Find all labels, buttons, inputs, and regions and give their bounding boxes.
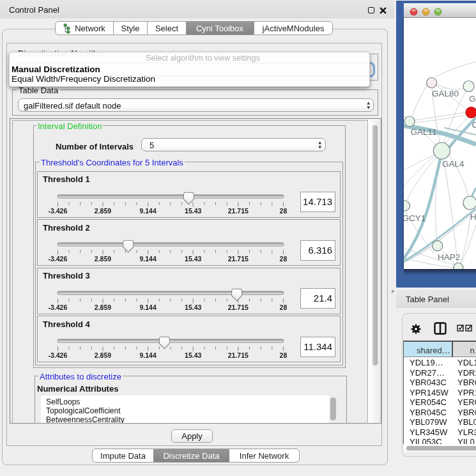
- svg-text:HAP2: HAP2: [438, 252, 460, 262]
- svg-text:GAL4: GAL4: [442, 159, 464, 169]
- svg-text:9.144: 9.144: [139, 351, 156, 359]
- svg-text:15.43: 15.43: [185, 303, 201, 311]
- svg-text:9.144: 9.144: [139, 303, 156, 311]
- svg-text:21.715: 21.715: [228, 207, 249, 215]
- svg-text:2.859: 2.859: [95, 351, 111, 359]
- svg-text:21.715: 21.715: [228, 255, 249, 263]
- svg-text:GAL80: GAL80: [432, 89, 459, 98]
- svg-text:GAL11: GAL11: [411, 127, 437, 137]
- svg-text:28: 28: [280, 255, 288, 263]
- svg-text:-3.426: -3.426: [49, 255, 68, 263]
- svg-text:21.715: 21.715: [228, 303, 249, 311]
- svg-text:15.43: 15.43: [185, 351, 201, 359]
- svg-text:C: C: [472, 120, 476, 130]
- svg-text:-3.426: -3.426: [49, 351, 68, 359]
- svg-text:2.859: 2.859: [95, 255, 111, 263]
- svg-text:-3.426: -3.426: [49, 207, 68, 215]
- svg-text:21.715: 21.715: [228, 351, 249, 359]
- svg-text:15.43: 15.43: [185, 207, 201, 215]
- svg-text:2.859: 2.859: [95, 207, 111, 215]
- svg-text:H: H: [470, 212, 476, 222]
- svg-text:28: 28: [280, 303, 288, 311]
- svg-text:GA: GA: [469, 94, 476, 104]
- svg-text:15.43: 15.43: [185, 255, 201, 263]
- svg-text:2.859: 2.859: [95, 303, 111, 311]
- svg-text:28: 28: [280, 207, 288, 215]
- svg-text:9.144: 9.144: [139, 207, 156, 215]
- svg-text:GCY1: GCY1: [404, 213, 426, 223]
- svg-text:28: 28: [280, 351, 288, 359]
- svg-text:-3.426: -3.426: [49, 303, 68, 311]
- svg-text:9.144: 9.144: [139, 255, 156, 263]
